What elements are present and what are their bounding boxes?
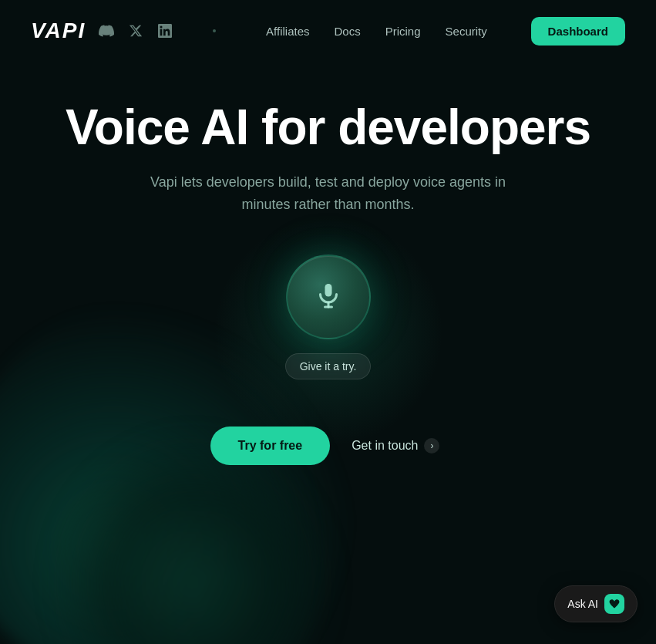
security-link[interactable]: Security <box>435 19 498 44</box>
logo: VAPI <box>31 19 173 43</box>
docs-link[interactable]: Docs <box>323 19 371 44</box>
hero-title: Voice AI for developers <box>66 100 590 154</box>
twitter-icon[interactable] <box>127 22 144 39</box>
heart-icon <box>604 594 624 614</box>
arrow-right-icon: › <box>424 438 439 453</box>
get-in-touch-button[interactable]: Get in touch › <box>345 426 446 466</box>
hero-section: Voice AI for developers Vapi lets develo… <box>0 62 656 379</box>
ask-ai-badge[interactable]: Ask AI <box>554 585 637 622</box>
hero-subtitle: Vapi lets developers build, test and dep… <box>143 171 513 216</box>
affiliates-link[interactable]: Affiliates <box>255 19 320 44</box>
nav-links: Affiliates Docs Pricing Security <box>255 19 498 44</box>
logo-text[interactable]: VAPI <box>31 19 86 43</box>
dashboard-button[interactable]: Dashboard <box>531 17 625 46</box>
cta-group: Try for free Get in touch › <box>0 426 656 466</box>
nav-divider <box>213 29 216 32</box>
microphone-icon <box>315 282 342 312</box>
mic-button[interactable] <box>286 255 371 339</box>
pricing-link[interactable]: Pricing <box>375 19 432 44</box>
try-for-free-button[interactable]: Try for free <box>210 427 331 465</box>
get-in-touch-label: Get in touch <box>352 439 418 453</box>
linkedin-icon[interactable] <box>156 22 173 39</box>
mic-container: Give it a try. <box>285 255 372 379</box>
ask-ai-label: Ask AI <box>567 598 598 610</box>
navbar: VAPI Affiliates <box>0 0 656 62</box>
social-icons <box>98 22 173 39</box>
discord-icon[interactable] <box>98 22 115 39</box>
svg-rect-0 <box>325 284 331 297</box>
give-it-try-label: Give it a try. <box>285 353 372 379</box>
